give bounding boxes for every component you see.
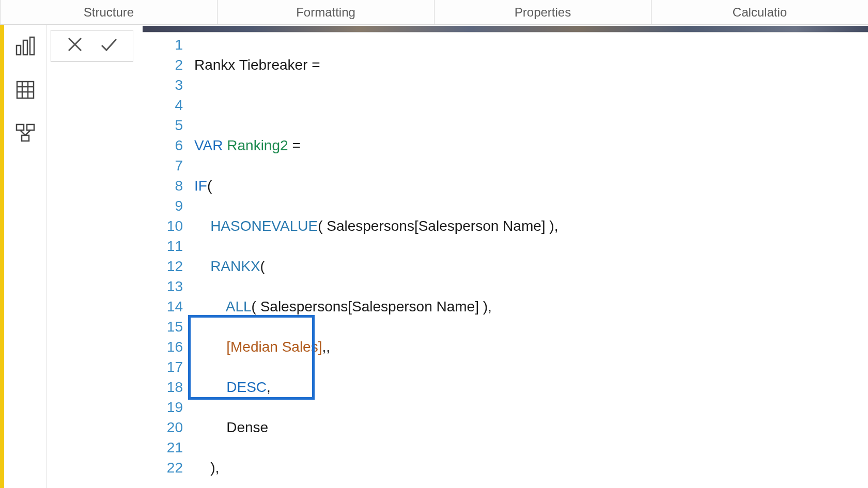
formula-confirm-box <box>51 30 133 62</box>
line-num: 5 <box>143 115 183 135</box>
code-line: Dense <box>194 417 868 437</box>
svg-rect-8 <box>17 124 24 130</box>
svg-line-11 <box>20 130 25 135</box>
line-num: 9 <box>143 196 183 216</box>
line-num: 1 <box>143 35 183 55</box>
svg-rect-9 <box>27 124 34 130</box>
decorative-image-strip <box>143 26 868 32</box>
data-view-icon[interactable] <box>14 78 37 101</box>
line-num: 10 <box>143 216 183 236</box>
svg-rect-0 <box>17 45 21 55</box>
cancel-formula-button[interactable] <box>65 34 85 58</box>
code-line: RANKX( <box>194 256 868 276</box>
dax-editor[interactable]: 1 2 3 4 5 6 7 8 9 10 11 12 13 14 15 16 1… <box>143 32 868 488</box>
code-line: VAR Ranking2 = <box>194 135 868 155</box>
formula-bar: 1 2 3 4 5 6 7 8 9 10 11 12 13 14 15 16 1… <box>47 25 868 488</box>
model-view-icon[interactable] <box>14 122 37 145</box>
line-num: 6 <box>143 135 183 155</box>
line-num: 12 <box>143 256 183 276</box>
code-line: ), <box>194 458 868 478</box>
svg-rect-10 <box>22 135 29 141</box>
line-number-gutter: 1 2 3 4 5 6 7 8 9 10 11 12 13 14 15 16 1… <box>143 33 189 488</box>
line-num: 7 <box>143 155 183 176</box>
svg-line-12 <box>25 130 30 135</box>
code-line: DESC, <box>194 377 868 397</box>
line-num: 4 <box>143 95 183 115</box>
svg-rect-3 <box>17 82 34 98</box>
svg-rect-2 <box>30 37 34 55</box>
code-line: Rankx Tiebreaker = <box>194 55 868 75</box>
view-rail <box>4 25 47 488</box>
line-num: 11 <box>143 236 183 256</box>
tab-properties[interactable]: Properties <box>435 0 652 25</box>
report-view-icon[interactable] <box>14 35 37 58</box>
line-num: 8 <box>143 176 183 196</box>
commit-formula-button[interactable] <box>99 34 119 58</box>
line-num: 22 <box>143 458 183 478</box>
code-line: ALL( Salespersons[Salesperson Name] ), <box>194 296 868 317</box>
line-num: 20 <box>143 417 183 437</box>
line-num: 14 <box>143 296 183 317</box>
code-line: [Median Sales],, <box>194 337 868 357</box>
line-num: 19 <box>143 397 183 417</box>
line-num: 16 <box>143 337 183 357</box>
line-num: 13 <box>143 276 183 296</box>
line-num: 21 <box>143 437 183 458</box>
code-line <box>194 95 868 115</box>
code-line: IF( <box>194 176 868 196</box>
ribbon-tabs: Structure Formatting Properties Calculat… <box>0 0 868 25</box>
code-line: HASONEVALUE( Salespersons[Salesperson Na… <box>194 216 868 236</box>
dax-code[interactable]: Rankx Tiebreaker = VAR Ranking2 = IF( HA… <box>194 33 868 488</box>
tab-formatting[interactable]: Formatting <box>218 0 435 25</box>
tab-calculation[interactable]: Calculatio <box>652 0 868 25</box>
svg-rect-1 <box>23 40 27 55</box>
line-num: 17 <box>143 357 183 377</box>
line-num: 3 <box>143 75 183 95</box>
line-num: 18 <box>143 377 183 397</box>
line-num: 15 <box>143 317 183 337</box>
line-num: 2 <box>143 55 183 75</box>
active-app-stripe <box>0 25 4 488</box>
tab-structure[interactable]: Structure <box>0 0 218 25</box>
